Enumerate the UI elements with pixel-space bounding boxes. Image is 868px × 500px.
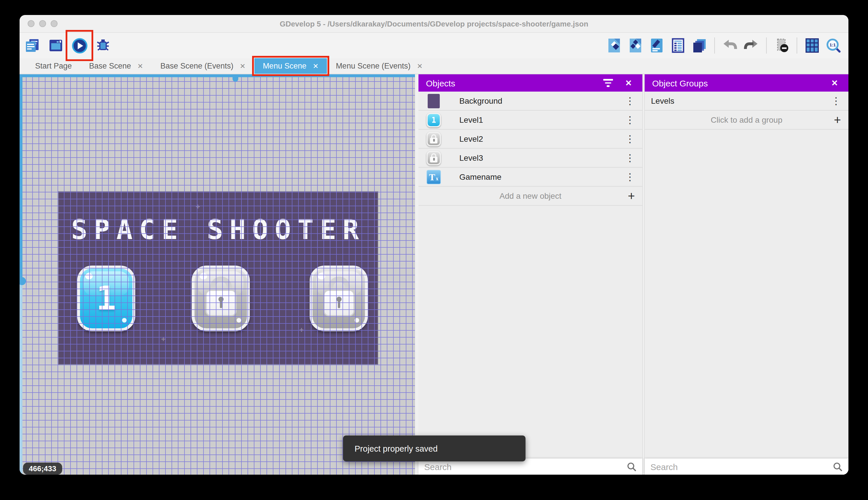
- canvas-vertical-scrollbar-thumb[interactable]: [20, 277, 26, 285]
- star-decoration: [196, 202, 200, 211]
- screenshot-stage: GDevelop 5 - /Users/dkarakay/Documents/G…: [0, 0, 868, 500]
- object-groups-panel: Object Groups ✕ Levels ⋮ Click to add a …: [645, 74, 848, 475]
- objects-panel-title: Objects: [426, 78, 455, 88]
- layers-icon[interactable]: [691, 37, 707, 54]
- zoom-one-to-one-icon[interactable]: 1:1: [825, 37, 842, 54]
- object-groups-panel-header: Object Groups ✕: [645, 74, 848, 92]
- object-row-level2[interactable]: Level2 ⋮: [419, 129, 642, 149]
- tab-label: Start Page: [35, 61, 72, 70]
- star-decoration: [96, 230, 100, 238]
- objects-panel-empty-area: [419, 206, 642, 458]
- titlebar: GDevelop 5 - /Users/dkarakay/Documents/G…: [20, 15, 848, 33]
- svg-text:1:1: 1:1: [829, 42, 835, 47]
- tab-label: Menu Scene: [263, 61, 306, 70]
- object-name: Level1: [459, 115, 483, 124]
- tab-base-scene-events[interactable]: Base Scene (Events) ✕: [152, 58, 254, 74]
- object-menu-dots-icon[interactable]: ⋮: [625, 134, 642, 144]
- window-title: GDevelop 5 - /Users/dkarakay/Documents/G…: [20, 19, 848, 28]
- tab-close-icon[interactable]: ✕: [417, 62, 423, 70]
- object-name: Level2: [459, 134, 483, 144]
- groups-search-input[interactable]: [649, 462, 833, 472]
- close-icon[interactable]: ✕: [622, 77, 635, 89]
- toolbar-separator: [766, 37, 767, 54]
- group-row-levels[interactable]: Levels ⋮: [645, 92, 848, 111]
- undo-icon[interactable]: [722, 37, 738, 54]
- tab-close-icon[interactable]: ✕: [240, 62, 246, 70]
- objects-panel-header: Objects ✕: [419, 74, 642, 92]
- game-scene-preview[interactable]: SPACE SHOOTER 1: [59, 192, 378, 364]
- content-row: SPACE SHOOTER 1: [20, 74, 848, 475]
- level1-button[interactable]: 1: [77, 265, 135, 331]
- plus-icon: +: [834, 114, 841, 126]
- redo-icon[interactable]: [743, 37, 759, 54]
- tab-menu-scene[interactable]: Menu Scene ✕: [254, 58, 327, 74]
- add-group-button[interactable]: Click to add a group +: [645, 111, 848, 129]
- object-groups-editor-icon[interactable]: [627, 37, 644, 54]
- toolbar-left: [24, 37, 111, 54]
- tab-base-scene[interactable]: Base Scene ✕: [81, 58, 152, 74]
- gdevelop-window: GDevelop 5 - /Users/dkarakay/Documents/G…: [20, 15, 848, 475]
- add-new-object-button[interactable]: Add a new object +: [419, 186, 642, 206]
- debug-icon[interactable]: [95, 37, 111, 54]
- canvas-vertical-scrollbar[interactable]: [20, 74, 22, 475]
- start-page-window-icon[interactable]: [48, 37, 64, 54]
- canvas-panel-gap: [415, 74, 419, 475]
- group-menu-dots-icon[interactable]: ⋮: [831, 96, 848, 106]
- save-toast: Project properly saved: [343, 435, 526, 462]
- instances-list-icon[interactable]: [670, 37, 686, 54]
- objects-search-input[interactable]: [423, 462, 627, 472]
- object-menu-dots-icon[interactable]: ⋮: [625, 96, 642, 106]
- toggle-window-mask-icon[interactable]: [774, 37, 790, 54]
- tab-menu-scene-events[interactable]: Menu Scene (Events) ✕: [327, 58, 431, 74]
- close-icon[interactable]: ✕: [828, 77, 841, 89]
- object-thumbnail-locked: [426, 131, 442, 147]
- filter-icon[interactable]: [601, 77, 614, 89]
- object-thumbnail-text: Tx: [426, 169, 442, 185]
- group-name: Levels: [651, 96, 674, 105]
- groups-panel-empty-area: [645, 129, 848, 458]
- project-manager-icon[interactable]: [24, 37, 40, 54]
- object-menu-dots-icon[interactable]: ⋮: [625, 115, 642, 125]
- level2-button-locked[interactable]: [192, 265, 250, 331]
- search-icon: [627, 462, 637, 472]
- lock-icon: [195, 276, 247, 316]
- toolbar: 1:1: [20, 33, 848, 58]
- scene-editor-canvas[interactable]: SPACE SHOOTER 1: [20, 74, 415, 475]
- level3-button-locked[interactable]: [310, 265, 368, 331]
- tab-close-icon[interactable]: ✕: [137, 62, 143, 70]
- tab-label: Menu Scene (Events): [336, 61, 411, 70]
- scene-title-text: SPACE SHOOTER: [59, 214, 378, 246]
- object-row-level1[interactable]: 1 Level1 ⋮: [419, 111, 642, 129]
- tab-close-icon[interactable]: ✕: [313, 62, 319, 70]
- save-toast-message: Project properly saved: [354, 444, 438, 453]
- plus-icon: +: [628, 190, 635, 202]
- star-decoration: [161, 335, 165, 343]
- object-row-level3[interactable]: Level3 ⋮: [419, 149, 642, 168]
- groups-search-bar: [645, 458, 848, 475]
- toolbar-separator: [797, 37, 797, 54]
- tabbar: Start Page Base Scene ✕ Base Scene (Even…: [20, 58, 848, 74]
- object-thumbnail-background: [426, 93, 442, 109]
- canvas-horizontal-scrollbar-thumb[interactable]: [233, 74, 238, 82]
- object-row-gamename[interactable]: Tx Gamename ⋮: [419, 168, 642, 186]
- object-groups-panel-title: Object Groups: [652, 78, 708, 88]
- preview-play-button[interactable]: [71, 37, 87, 54]
- panel-divider[interactable]: [642, 74, 645, 475]
- object-menu-dots-icon[interactable]: ⋮: [625, 172, 642, 182]
- grid-icon[interactable]: [804, 37, 820, 54]
- properties-icon[interactable]: [649, 37, 665, 54]
- object-name: Background: [459, 96, 502, 105]
- add-group-label: Click to add a group: [711, 115, 782, 124]
- tab-label: Base Scene (Events): [160, 61, 233, 70]
- object-menu-dots-icon[interactable]: ⋮: [625, 153, 642, 163]
- tab-start-page[interactable]: Start Page: [26, 58, 81, 74]
- object-thumbnail-locked: [426, 150, 442, 166]
- search-icon: [833, 462, 843, 472]
- tab-label: Base Scene: [89, 61, 131, 70]
- object-name: Gamename: [459, 172, 501, 181]
- level1-button-label: 1: [80, 269, 132, 328]
- object-row-background[interactable]: Background ⋮: [419, 92, 642, 111]
- objects-editor-icon[interactable]: [606, 37, 622, 54]
- canvas-horizontal-scrollbar[interactable]: [20, 74, 415, 77]
- star-decoration: [299, 326, 304, 334]
